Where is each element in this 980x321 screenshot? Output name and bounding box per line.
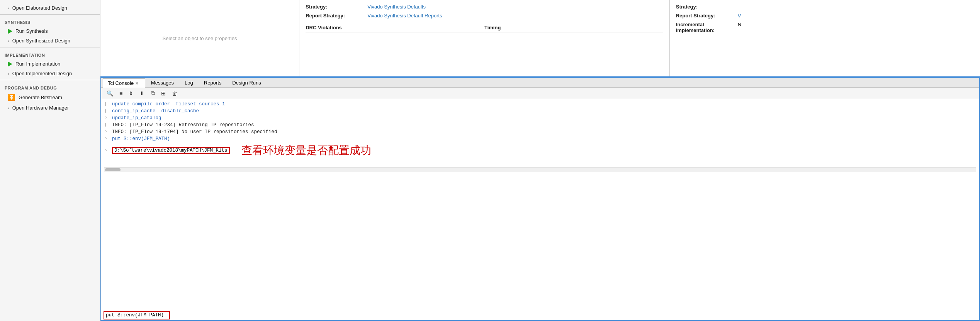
- tcl-info-1: INFO: [IP_Flow 19-234] Refreshing IP rep…: [112, 122, 976, 128]
- tcl-content: | update_compile_order -fileset sources_…: [101, 99, 979, 310]
- tab-close-icon[interactable]: ✕: [135, 81, 139, 86]
- search-button[interactable]: 🔍: [104, 89, 115, 98]
- sidebar-item-label: Run Implementation: [15, 61, 95, 67]
- incremental-value: N: [738, 22, 741, 27]
- gutter: ○: [104, 129, 110, 134]
- sidebar-item-label: Open Synthesized Design: [12, 38, 95, 44]
- tab-messages[interactable]: Messages: [146, 78, 179, 87]
- tab-reports[interactable]: Reports: [199, 78, 227, 87]
- main-area: Select an object to see properties Strat…: [100, 0, 980, 321]
- horizontal-scrollbar[interactable]: [104, 167, 976, 172]
- sidebar-item-generate-bitstream[interactable]: ⏬ Generate Bitstream: [0, 92, 100, 103]
- pause-button[interactable]: ⏸: [137, 89, 147, 98]
- strategy-value[interactable]: Vivado Synthesis Defaults: [367, 4, 426, 10]
- chevron-icon: ›: [8, 39, 9, 43]
- tcl-input-bar: [101, 310, 979, 320]
- scrollbar-thumb[interactable]: [105, 168, 121, 171]
- annotation-text: 查看环境变量是否配置成功: [241, 143, 371, 158]
- section-divider: [0, 47, 100, 47]
- right-report-strategy-value[interactable]: V: [738, 13, 741, 19]
- tcl-tabs: Tcl Console ✕ Messages Log Reports Desig…: [101, 78, 979, 88]
- sidebar-item-label: Open Hardware Manager: [12, 105, 95, 111]
- strategy-label: Strategy:: [306, 4, 367, 10]
- right-report-strategy-row: Report Strategy: V: [676, 13, 974, 19]
- tcl-cmd-update-compile: update_compile_order -fileset sources_1: [112, 101, 976, 107]
- sidebar-item-open-hardware[interactable]: › Open Hardware Manager: [0, 103, 100, 113]
- copy-button[interactable]: ⧉: [149, 89, 157, 98]
- incremental-row: Incremental implementation: N: [676, 22, 974, 33]
- tab-tcl-console-label: Tcl Console: [108, 80, 134, 86]
- sidebar-item-label: Open Elaborated Design: [12, 5, 95, 11]
- sidebar-item-open-implemented[interactable]: › Open Implemented Design: [0, 69, 100, 78]
- right-strategy-row: Strategy:: [676, 4, 974, 10]
- section-divider: [0, 14, 100, 15]
- sidebar-item-label: Run Synthesis: [15, 28, 95, 34]
- tcl-line-4: | INFO: [IP_Flow 19-234] Refreshing IP r…: [104, 122, 976, 129]
- tab-log-label: Log: [185, 80, 193, 86]
- sidebar-item-run-synthesis[interactable]: Run Synthesis: [0, 26, 100, 36]
- sidebar-item-open-synthesized[interactable]: › Open Synthesized Design: [0, 36, 100, 46]
- tab-reports-label: Reports: [204, 80, 222, 86]
- properties-pane: Select an object to see properties: [100, 0, 299, 76]
- tcl-line-3: ○ update_ip_catalog: [104, 115, 976, 122]
- synthesis-info-pane: Strategy: Vivado Synthesis Defaults Repo…: [299, 0, 669, 76]
- play-icon: [8, 29, 12, 34]
- program-debug-section-header: PROGRAM AND DEBUG: [0, 82, 100, 92]
- top-panel: Select an object to see properties Strat…: [100, 0, 980, 77]
- right-strategy-label: Strategy:: [676, 4, 738, 10]
- tcl-line-7: ○ D:\Software\vivado2018\myPATCH\JFM_Kit…: [104, 143, 976, 158]
- gutter: |: [104, 101, 110, 106]
- tcl-cmd-put-env: put $::env(JFM_PATH): [112, 136, 976, 142]
- tcl-cmd-update-ip: update_ip_catalog: [112, 115, 976, 121]
- filter-button[interactable]: ⇕: [126, 89, 136, 98]
- tcl-input[interactable]: [104, 311, 170, 319]
- tcl-info-2: INFO: [IP_Flow 19-1704] No user IP repos…: [112, 129, 976, 135]
- incremental-label: Incremental implementation:: [676, 22, 738, 33]
- tab-messages-label: Messages: [151, 80, 174, 86]
- timing-header: Timing: [484, 25, 663, 32]
- tab-design-runs-label: Design Runs: [232, 80, 261, 86]
- scroll-area: [104, 167, 976, 172]
- right-info-pane: Strategy: Report Strategy: V Incremental…: [669, 0, 980, 76]
- chevron-icon: ›: [8, 6, 9, 10]
- gutter: ○: [104, 148, 110, 153]
- sidebar-item-label: Generate Bitstream: [19, 95, 95, 100]
- synthesis-section-header: SYNTHESIS: [0, 16, 100, 26]
- drc-violations-col: DRC Violations: [306, 25, 484, 34]
- drc-violations-header: DRC Violations: [306, 25, 484, 32]
- tcl-console-area: Tcl Console ✕ Messages Log Reports Desig…: [100, 77, 980, 321]
- strategy-row: Strategy: Vivado Synthesis Defaults: [306, 4, 663, 10]
- tcl-output-highlighted: D:\Software\vivado2018\myPATCH\JFM_Kits: [112, 147, 230, 154]
- sidebar-item-run-implementation[interactable]: Run Implementation: [0, 59, 100, 69]
- report-strategy-label: Report Strategy:: [306, 13, 367, 19]
- section-divider: [0, 80, 100, 80]
- collapse-button[interactable]: ≡: [117, 89, 125, 98]
- grid-button[interactable]: ⊞: [159, 89, 168, 98]
- clear-button[interactable]: 🗑: [170, 89, 180, 98]
- tcl-cmd-config-ip: config_ip_cache -disable_cache: [112, 108, 976, 114]
- tab-design-runs[interactable]: Design Runs: [227, 78, 266, 87]
- timing-col: Timing: [484, 25, 663, 34]
- gutter: ○: [104, 136, 110, 141]
- tab-tcl-console[interactable]: Tcl Console ✕: [103, 78, 145, 88]
- tcl-line-6: ○ put $::env(JFM_PATH): [104, 136, 976, 143]
- gutter: |: [104, 122, 110, 127]
- gutter: |: [104, 108, 110, 113]
- report-strategy-row: Report Strategy: Vivado Synthesis Defaul…: [306, 13, 663, 19]
- sidebar: › Open Elaborated Design SYNTHESIS Run S…: [0, 0, 100, 321]
- chevron-icon: ›: [8, 71, 9, 76]
- sidebar-item-open-elaborated[interactable]: › Open Elaborated Design: [0, 3, 100, 13]
- properties-placeholder: Select an object to see properties: [163, 35, 237, 41]
- tcl-line-2: | config_ip_cache -disable_cache: [104, 108, 976, 115]
- tcl-line-1: | update_compile_order -fileset sources_…: [104, 101, 976, 108]
- report-strategy-value[interactable]: Vivado Synthesis Default Reports: [367, 13, 442, 19]
- gutter: ○: [104, 115, 110, 120]
- chevron-icon: ›: [8, 106, 9, 110]
- right-report-strategy-label: Report Strategy:: [676, 13, 738, 19]
- bitstream-icon: ⏬: [8, 94, 15, 101]
- tcl-toolbar: 🔍 ≡ ⇕ ⏸ ⧉ ⊞ 🗑: [101, 88, 979, 99]
- tab-log[interactable]: Log: [180, 78, 198, 87]
- play-icon: [8, 61, 12, 67]
- tcl-line-5: ○ INFO: [IP_Flow 19-1704] No user IP rep…: [104, 129, 976, 136]
- implementation-section-header: IMPLEMENTATION: [0, 49, 100, 59]
